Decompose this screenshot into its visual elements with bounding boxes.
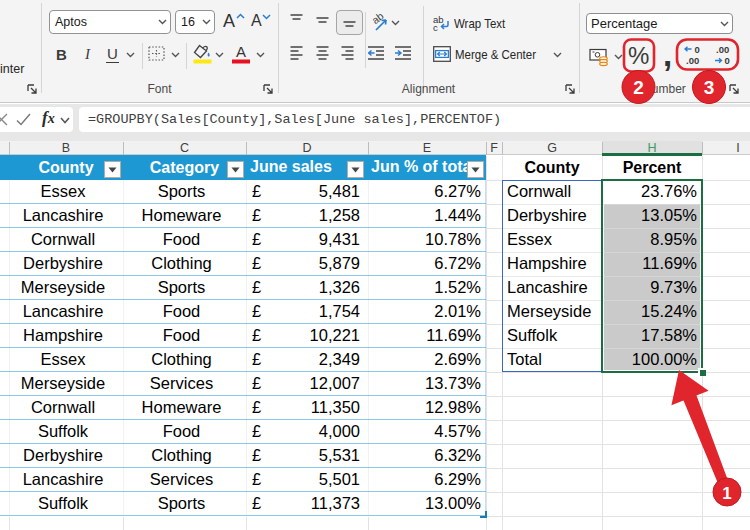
svg-text:1: 1 [722,484,731,503]
svg-text:2: 2 [633,77,644,98]
svg-text:3: 3 [704,77,715,98]
